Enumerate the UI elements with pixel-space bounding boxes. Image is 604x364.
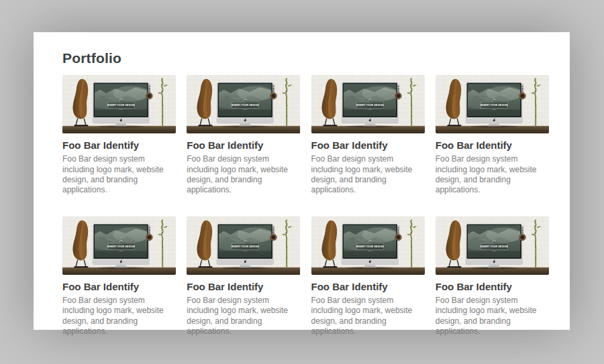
portfolio-item-description: Foo Bar design system including logo mar… (62, 154, 176, 195)
portfolio-item-description: Foo Bar design system including logo mar… (436, 296, 549, 337)
page-title: Portfolio (62, 50, 549, 66)
portfolio-item-description: Foo Bar design system including logo mar… (187, 154, 300, 195)
portfolio-item-title: Foo Bar Identify (62, 281, 176, 292)
portfolio-item-description: Foo Bar design system including logo mar… (187, 296, 300, 337)
portfolio-thumbnail (62, 75, 176, 133)
portfolio-card[interactable]: Foo Bar Identify Foo Bar design system i… (311, 217, 425, 337)
portfolio-thumbnail (187, 217, 300, 275)
portfolio-thumbnail (311, 217, 425, 275)
portfolio-item-title: Foo Bar Identify (436, 139, 549, 151)
portfolio-item-title: Foo Bar Identify (187, 281, 300, 292)
portfolio-thumbnail (62, 217, 176, 275)
portfolio-card[interactable]: Foo Bar Identify Foo Bar design system i… (436, 75, 549, 196)
portfolio-grid: Foo Bar Identify Foo Bar design system i… (62, 75, 549, 337)
portfolio-item-title: Foo Bar Identify (311, 139, 425, 151)
portfolio-item-description: Foo Bar design system including logo mar… (436, 154, 549, 195)
portfolio-thumbnail (436, 217, 549, 275)
portfolio-card[interactable]: Foo Bar Identify Foo Bar design system i… (311, 75, 425, 196)
portfolio-page: Portfolio Foo Bar Identify Foo Bar desig… (34, 32, 570, 330)
portfolio-item-title: Foo Bar Identify (62, 139, 176, 151)
portfolio-item-description: Foo Bar design system including logo mar… (311, 296, 425, 337)
portfolio-item-title: Foo Bar Identify (436, 281, 549, 292)
portfolio-thumbnail (436, 75, 549, 133)
portfolio-card[interactable]: Foo Bar Identify Foo Bar design system i… (62, 75, 176, 196)
portfolio-item-description: Foo Bar design system including logo mar… (311, 154, 425, 195)
portfolio-card[interactable]: Foo Bar Identify Foo Bar design system i… (187, 75, 300, 196)
portfolio-item-title: Foo Bar Identify (187, 139, 300, 151)
portfolio-item-description: Foo Bar design system including logo mar… (62, 296, 176, 337)
portfolio-card[interactable]: Foo Bar Identify Foo Bar design system i… (187, 217, 300, 337)
portfolio-card[interactable]: Foo Bar Identify Foo Bar design system i… (436, 217, 549, 337)
portfolio-item-title: Foo Bar Identify (311, 281, 425, 292)
portfolio-card[interactable]: Foo Bar Identify Foo Bar design system i… (62, 217, 176, 337)
portfolio-thumbnail (187, 75, 300, 133)
portfolio-thumbnail (311, 75, 425, 133)
